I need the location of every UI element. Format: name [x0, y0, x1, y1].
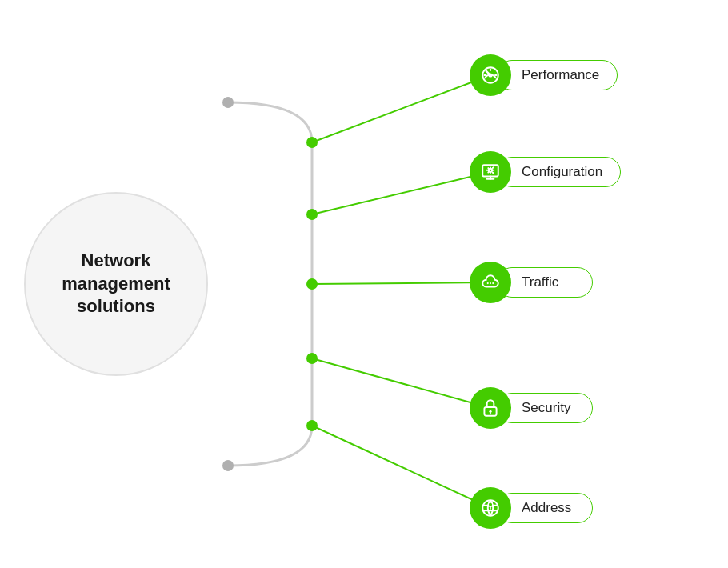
- svg-point-14: [487, 282, 489, 284]
- node-traffic: Traffic: [470, 262, 593, 303]
- node-address: Address: [470, 487, 593, 529]
- node-security: Security: [470, 387, 593, 429]
- svg-line-4: [312, 426, 490, 508]
- configuration-label: Configuration: [497, 157, 621, 187]
- security-label: Security: [497, 393, 593, 423]
- center-text: Network management solutions: [62, 250, 170, 318]
- arc-top-dot: [222, 97, 234, 108]
- security-icon: [470, 387, 511, 429]
- performance-label: Performance: [497, 60, 618, 90]
- address-icon: [470, 487, 511, 529]
- center-circle: Network management solutions: [24, 192, 208, 376]
- svg-point-15: [490, 282, 491, 284]
- traffic-label: Traffic: [497, 267, 593, 298]
- svg-point-16: [492, 282, 494, 284]
- arc-bottom-dot: [222, 460, 234, 471]
- svg-line-0: [312, 75, 490, 142]
- svg-rect-10: [482, 165, 498, 176]
- diagram: Network management solutions: [0, 0, 728, 568]
- svg-line-2: [312, 282, 490, 284]
- traffic-icon: [470, 262, 511, 303]
- svg-line-1: [312, 172, 490, 214]
- node-performance: Performance: [470, 54, 618, 96]
- configuration-icon: [470, 151, 511, 193]
- junction-traffic: [306, 278, 318, 290]
- junction-address: [306, 420, 318, 431]
- junction-performance: [306, 137, 318, 148]
- node-configuration: Configuration: [470, 151, 621, 193]
- junction-configuration: [306, 209, 318, 220]
- junction-security: [306, 353, 318, 364]
- svg-line-3: [312, 358, 490, 408]
- address-label: Address: [497, 493, 593, 523]
- performance-icon: [470, 54, 511, 96]
